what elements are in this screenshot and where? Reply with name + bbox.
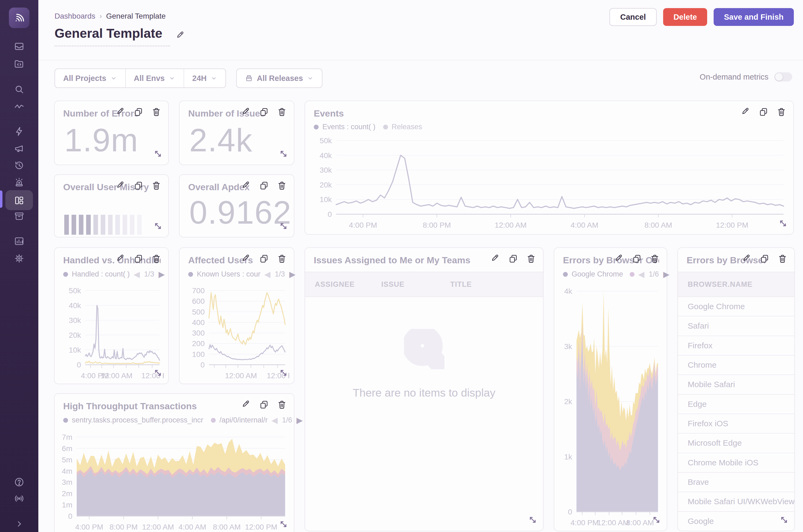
drag-handle-icon[interactable] — [223, 254, 233, 264]
sidebar-item-alerts[interactable] — [0, 173, 38, 191]
resize-handle[interactable] — [153, 221, 163, 231]
delete-widget-icon[interactable] — [277, 254, 287, 264]
delete-widget-icon[interactable] — [778, 254, 787, 264]
next-page-icon[interactable]: ▶ — [159, 269, 165, 279]
duplicate-widget-icon[interactable] — [759, 107, 768, 117]
next-page-icon[interactable]: ▶ — [289, 269, 295, 279]
drag-handle-icon[interactable] — [223, 400, 233, 410]
sidebar-item-home[interactable] — [9, 7, 30, 28]
environments-filter[interactable]: All Envs — [125, 69, 184, 88]
edit-widget-icon[interactable] — [491, 254, 500, 264]
sidebar-item-issues[interactable] — [0, 38, 38, 55]
drag-handle-icon[interactable] — [223, 181, 233, 190]
legend-label[interactable]: Events : count( ) — [322, 123, 376, 131]
duplicate-widget-icon[interactable] — [760, 254, 769, 264]
duplicate-widget-icon[interactable] — [259, 181, 269, 190]
projects-filter[interactable]: All Projects — [55, 69, 125, 88]
delete-widget-icon[interactable] — [650, 254, 660, 264]
edit-widget-icon[interactable] — [241, 107, 251, 117]
legend-label[interactable]: /api/0/internal/r — [220, 416, 268, 424]
edit-widget-icon[interactable] — [241, 400, 251, 410]
duplicate-widget-icon[interactable] — [134, 254, 143, 264]
prev-page-icon[interactable]: ◀ — [134, 269, 140, 279]
resize-arrow-icon — [779, 515, 789, 525]
drag-handle-icon[interactable] — [597, 254, 606, 264]
on-demand-metrics-toggle[interactable] — [774, 72, 792, 81]
duplicate-widget-icon[interactable] — [259, 107, 269, 117]
resize-handle[interactable] — [153, 149, 163, 159]
delete-widget-icon[interactable] — [277, 107, 287, 117]
delete-widget-icon[interactable] — [151, 181, 161, 190]
edit-title-button[interactable] — [176, 31, 185, 41]
drag-handle-icon[interactable] — [223, 107, 233, 117]
resize-handle[interactable] — [652, 515, 661, 525]
delete-widget-icon[interactable] — [151, 254, 161, 264]
sidebar-item-explore[interactable] — [0, 55, 38, 73]
prev-page-icon[interactable]: ◀ — [264, 269, 271, 279]
drag-handle-icon[interactable] — [98, 254, 108, 264]
legend-label[interactable]: sentry.tasks.process_buffer.process_incr — [72, 416, 203, 424]
duplicate-widget-icon[interactable] — [134, 181, 143, 190]
edit-widget-icon[interactable] — [241, 181, 251, 190]
resize-handle[interactable] — [528, 515, 537, 525]
drag-handle-icon[interactable] — [98, 181, 108, 190]
sidebar-item-dashboards[interactable] — [0, 192, 38, 209]
edit-widget-icon[interactable] — [241, 254, 251, 264]
legend-label[interactable]: Known Users : cour — [197, 270, 260, 279]
delete-button[interactable]: Delete — [663, 8, 707, 26]
edit-widget-icon[interactable] — [741, 107, 751, 117]
legend-label[interactable]: Google Chrome — [571, 270, 623, 279]
sidebar-item-help[interactable] — [0, 473, 38, 491]
releases-filter[interactable]: All Releases — [237, 69, 322, 88]
page-title[interactable]: General Template — [55, 26, 170, 46]
resize-handle[interactable] — [279, 221, 288, 231]
drag-handle-icon[interactable] — [723, 107, 733, 117]
sidebar-item-releases[interactable] — [0, 207, 38, 225]
drag-handle-icon[interactable] — [473, 254, 482, 264]
next-page-icon[interactable]: ▶ — [296, 416, 303, 425]
legend-label[interactable]: Handled : count( ) — [72, 270, 130, 279]
sidebar-item-feedback[interactable] — [0, 140, 38, 157]
duplicate-widget-icon[interactable] — [632, 254, 642, 264]
next-page-icon[interactable]: ▶ — [663, 269, 669, 279]
edit-widget-icon[interactable] — [116, 107, 126, 117]
prev-page-icon[interactable]: ◀ — [271, 416, 277, 425]
legend-label[interactable]: Releases — [392, 123, 422, 131]
duplicate-widget-icon[interactable] — [134, 107, 143, 117]
resize-handle[interactable] — [779, 515, 789, 525]
sidebar-item-replays[interactable] — [0, 157, 38, 174]
widget-overall-user-misery: Overall User Misery — [54, 174, 169, 238]
delete-widget-icon[interactable] — [526, 254, 536, 264]
sidebar-item-search[interactable] — [0, 81, 38, 98]
resize-handle[interactable] — [778, 218, 788, 228]
sidebar-item-settings[interactable] — [0, 250, 38, 267]
drag-handle-icon[interactable] — [724, 254, 734, 264]
cancel-button[interactable]: Cancel — [609, 8, 657, 26]
resize-handle[interactable] — [153, 368, 163, 378]
sidebar-item-whats-new[interactable] — [0, 490, 38, 507]
duplicate-widget-icon[interactable] — [259, 400, 269, 410]
edit-widget-icon[interactable] — [742, 254, 752, 264]
resize-handle[interactable] — [279, 519, 288, 529]
drag-handle-icon[interactable] — [98, 107, 108, 117]
date-range-filter[interactable]: 24H — [184, 69, 225, 88]
delete-widget-icon[interactable] — [277, 181, 287, 190]
delete-widget-icon[interactable] — [777, 107, 786, 117]
duplicate-widget-icon[interactable] — [508, 254, 518, 264]
sidebar-item-stats[interactable] — [0, 232, 38, 250]
delete-widget-icon[interactable] — [277, 400, 287, 410]
sidebar-item-performance[interactable] — [0, 123, 38, 140]
breadcrumb-dashboards-link[interactable]: Dashboards — [55, 12, 95, 20]
sidebar-item-metrics[interactable] — [0, 98, 38, 115]
broadcast-icon — [14, 493, 24, 504]
prev-page-icon[interactable]: ◀ — [638, 269, 644, 279]
resize-handle[interactable] — [279, 368, 288, 378]
resize-handle[interactable] — [279, 149, 288, 159]
edit-widget-icon[interactable] — [116, 181, 126, 190]
delete-widget-icon[interactable] — [151, 107, 161, 117]
duplicate-widget-icon[interactable] — [259, 254, 269, 264]
edit-widget-icon[interactable] — [116, 254, 126, 264]
sidebar-collapse-button[interactable] — [0, 515, 38, 532]
edit-widget-icon[interactable] — [614, 254, 624, 264]
save-and-finish-button[interactable]: Save and Finish — [714, 8, 794, 26]
